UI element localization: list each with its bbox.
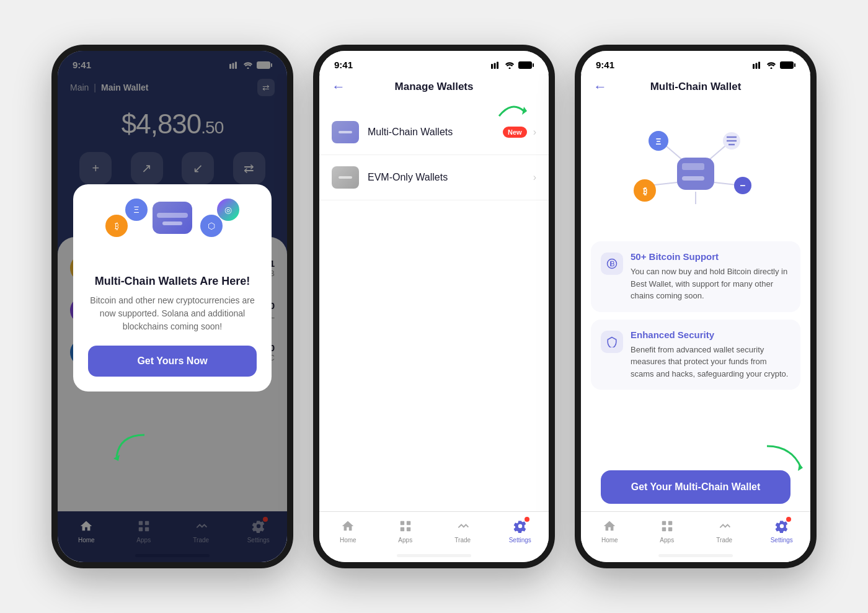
svg-rect-14 [497, 61, 498, 69]
apps-tab-label-3: Apps [660, 537, 674, 544]
eth-coin-icon: Ξ [125, 199, 148, 221]
wallet-options-list: Multi-Chain Wallets New › EVM-Only Walle… [319, 105, 549, 200]
modal-icons: Ξ ₿ ◎ ⬡ [88, 202, 257, 234]
svg-rect-20 [401, 521, 404, 525]
cta-container: Get Your Multi-Chain Wallet [581, 463, 810, 511]
apps-icon-3 [659, 518, 675, 534]
modal-card: Ξ ₿ ◎ ⬡ Multi-Chain Wallets Are Here! Bi… [73, 184, 272, 392]
svg-rect-29 [794, 63, 795, 67]
phone-3: 9:41 ← Multi-Chain Wallet [575, 45, 817, 568]
tab-apps-2[interactable]: Apps [387, 518, 424, 544]
tab-settings-3[interactable]: Settings [763, 518, 800, 544]
multichain-illustration: Ξ ₿ – [581, 111, 810, 235]
tab-settings-2[interactable]: Settings [502, 518, 539, 544]
feature-bitcoin-title: 50+ Bitcoin Support [631, 251, 790, 262]
feature-enhanced-security: Enhanced Security Benefit from advanced … [591, 320, 800, 390]
svg-text:₿: ₿ [643, 186, 647, 196]
status-time-2: 9:41 [334, 60, 353, 70]
page-title-3: Multi-Chain Wallet [607, 81, 784, 93]
svg-rect-17 [533, 63, 534, 67]
feature-security-title: Enhanced Security [631, 329, 790, 340]
svg-rect-26 [758, 61, 760, 69]
home-icon-3 [601, 518, 618, 534]
home-tab-label-2: Home [340, 537, 356, 544]
trade-icon-2 [454, 518, 471, 534]
chain-extra-icon: ⬡ [200, 215, 223, 237]
trade-icon-3 [716, 518, 732, 534]
get-yours-now-button[interactable]: Get Yours Now [88, 346, 257, 377]
phone-2: 9:41 ← Manage Wallets Mult [313, 45, 555, 568]
tab-bar-3: Home Apps Trade [581, 511, 810, 562]
svg-text:Ξ: Ξ [655, 136, 661, 146]
tab-home-3[interactable]: Home [591, 518, 628, 544]
bitcoin-support-icon [601, 253, 623, 275]
status-bar-2: 9:41 [319, 51, 549, 74]
new-badge: New [503, 127, 527, 138]
chevron-icon-1: › [533, 127, 536, 138]
btc-coin-icon: ₿ [105, 215, 128, 237]
apps-tab-label-2: Apps [398, 537, 412, 544]
evm-only-wallet-option[interactable]: EVM-Only Wallets › [319, 155, 549, 200]
tab-bar-2: Home Apps Trade [319, 511, 549, 562]
settings-tab-label-2: Settings [509, 537, 531, 544]
svg-point-27 [771, 67, 773, 69]
phones-container: 9:41 Main | Main Wallet ⇄ $4,830.50 [51, 45, 817, 568]
back-button-2[interactable]: ← [332, 79, 345, 95]
sol-coin-icon: ◎ [217, 199, 239, 221]
settings-icon-3 [774, 518, 790, 534]
feature-bitcoin-support: 50+ Bitcoin Support You can now buy and … [591, 241, 800, 312]
svg-text:–: – [740, 180, 746, 190]
green-arrow-1 [107, 429, 157, 466]
multi-chain-wallet-icon [332, 121, 359, 143]
feature-security-desc: Benefit from advanced wallet security me… [631, 344, 790, 380]
status-bar-3: 9:41 [581, 51, 810, 74]
tab-home-2[interactable]: Home [329, 518, 366, 544]
green-arrow-3 [755, 440, 817, 477]
apps-icon-2 [397, 518, 414, 534]
svg-point-15 [509, 67, 511, 69]
evm-wallet-name: EVM-Only Wallets [368, 172, 533, 183]
svg-rect-57 [662, 527, 666, 531]
svg-rect-22 [401, 527, 404, 531]
security-icon [601, 331, 623, 353]
green-arrow-2 [493, 97, 530, 122]
modal-title: Multi-Chain Wallets Are Here! [88, 275, 257, 288]
status-icons-3 [753, 61, 795, 69]
back-button-3[interactable]: ← [593, 79, 607, 95]
page-title-2: Manage Wallets [345, 81, 523, 93]
svg-rect-55 [662, 521, 666, 525]
multi-chain-wallet-name: Multi-Chain Wallets [368, 127, 503, 138]
tab-apps-3[interactable]: Apps [649, 518, 686, 544]
status-icons-2 [491, 61, 534, 69]
trade-tab-label-3: Trade [716, 537, 732, 544]
svg-rect-41 [682, 176, 704, 181]
tab-trade-2[interactable]: Trade [444, 518, 481, 544]
settings-notification-dot-2 [525, 517, 529, 522]
svg-rect-58 [668, 527, 672, 531]
illustration-svg: Ξ ₿ – [627, 123, 764, 223]
modal-overlay[interactable]: Ξ ₿ ◎ ⬡ Multi-Chain Wallets Are Here! Bi… [58, 51, 287, 562]
multi-chain-wallet-option[interactable]: Multi-Chain Wallets New › [319, 110, 549, 155]
settings-notification-dot-3 [786, 517, 791, 522]
settings-tab-label-3: Settings [771, 537, 793, 544]
svg-rect-13 [494, 63, 496, 69]
svg-rect-12 [491, 64, 493, 69]
svg-rect-40 [677, 158, 714, 190]
svg-rect-24 [753, 64, 755, 69]
nav-header-3: ← Multi-Chain Wallet [581, 74, 810, 105]
svg-rect-21 [407, 521, 410, 525]
status-time-3: 9:41 [596, 60, 614, 70]
svg-rect-25 [756, 63, 758, 69]
wallet-card-icon [153, 202, 192, 234]
feature-bitcoin-desc: You can now buy and hold Bitcoin directl… [631, 266, 790, 302]
chevron-icon-2: › [533, 172, 536, 183]
home-tab-label-3: Home [601, 537, 618, 544]
phone-1: 9:41 Main | Main Wallet ⇄ $4,830.50 [51, 45, 293, 568]
trade-tab-label-2: Trade [454, 537, 471, 544]
svg-rect-56 [668, 521, 672, 525]
home-icon-2 [340, 518, 356, 534]
svg-rect-18 [519, 62, 531, 68]
tab-trade-3[interactable]: Trade [706, 518, 743, 544]
evm-wallet-icon [332, 166, 359, 189]
svg-rect-42 [682, 163, 704, 170]
